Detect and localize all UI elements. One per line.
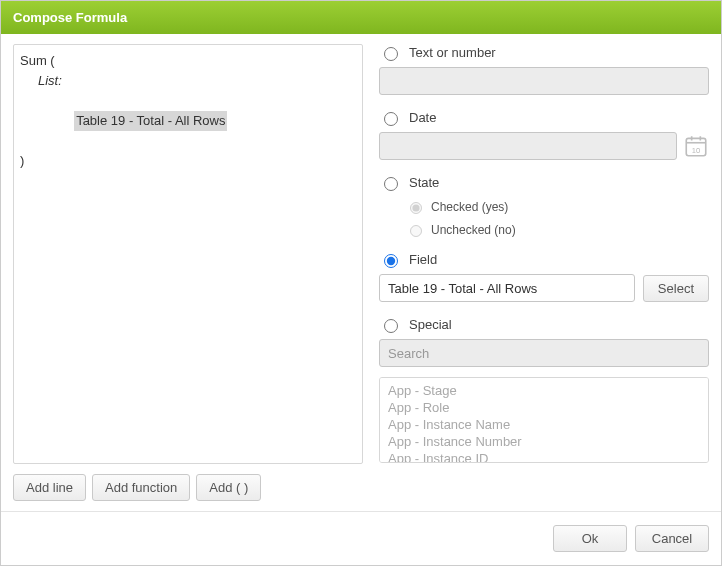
- option-date: Date: [379, 109, 709, 126]
- date-input[interactable]: [379, 132, 677, 160]
- formula-arg-selected[interactable]: Table 19 - Total - All Rows: [74, 111, 227, 131]
- ok-button[interactable]: Ok: [553, 525, 627, 552]
- option-state: State: [379, 174, 709, 191]
- add-parens-button[interactable]: Add ( ): [196, 474, 261, 501]
- state-checked-row: Checked (yes): [405, 199, 709, 214]
- special-list[interactable]: App - Stage App - Role App - Instance Na…: [379, 377, 709, 463]
- label-state-unchecked: Unchecked (no): [431, 223, 516, 237]
- radio-field[interactable]: [384, 254, 398, 268]
- cancel-button[interactable]: Cancel: [635, 525, 709, 552]
- date-row: 10: [379, 132, 709, 160]
- list-item[interactable]: App - Instance Number: [388, 433, 700, 450]
- option-special: Special: [379, 316, 709, 333]
- formula-list-label: List:: [38, 71, 356, 91]
- dialog-title: Compose Formula: [1, 1, 721, 34]
- state-sub-options: Checked (yes) Unchecked (no): [405, 199, 709, 237]
- dialog-body: Sum ( List: Table 19 - Total - All Rows …: [1, 34, 721, 511]
- option-field: Field: [379, 251, 709, 268]
- radio-date[interactable]: [384, 112, 398, 126]
- radio-state-checked[interactable]: [410, 202, 422, 214]
- radio-state-unchecked[interactable]: [410, 225, 422, 237]
- label-text-or-number: Text or number: [409, 45, 496, 60]
- calendar-icon[interactable]: 10: [683, 133, 709, 159]
- right-column: Text or number Date 10 State: [379, 44, 709, 511]
- field-select-button[interactable]: Select: [643, 275, 709, 302]
- radio-state[interactable]: [384, 177, 398, 191]
- option-text-or-number: Text or number: [379, 44, 709, 61]
- list-item[interactable]: App - Instance ID: [388, 450, 700, 463]
- list-item[interactable]: App - Role: [388, 399, 700, 416]
- compose-formula-dialog: Compose Formula Sum ( List: Table 19 - T…: [0, 0, 722, 566]
- formula-close: ): [20, 151, 356, 171]
- label-state-checked: Checked (yes): [431, 200, 508, 214]
- list-item[interactable]: App - Instance Name: [388, 416, 700, 433]
- formula-func: Sum (: [20, 51, 356, 71]
- label-field: Field: [409, 252, 437, 267]
- radio-special[interactable]: [384, 319, 398, 333]
- special-search-input[interactable]: [379, 339, 709, 367]
- field-row: Select: [379, 274, 709, 302]
- label-state: State: [409, 175, 439, 190]
- svg-text:10: 10: [692, 146, 700, 155]
- left-buttons: Add line Add function Add ( ): [13, 474, 363, 501]
- field-value-input[interactable]: [379, 274, 635, 302]
- formula-editor[interactable]: Sum ( List: Table 19 - Total - All Rows …: [13, 44, 363, 464]
- add-line-button[interactable]: Add line: [13, 474, 86, 501]
- formula-arg-line[interactable]: Table 19 - Total - All Rows: [38, 91, 356, 151]
- state-unchecked-row: Unchecked (no): [405, 222, 709, 237]
- left-column: Sum ( List: Table 19 - Total - All Rows …: [13, 44, 363, 511]
- radio-text-or-number[interactable]: [384, 47, 398, 61]
- text-or-number-input[interactable]: [379, 67, 709, 95]
- label-date: Date: [409, 110, 436, 125]
- dialog-footer: Ok Cancel: [1, 511, 721, 565]
- add-function-button[interactable]: Add function: [92, 474, 190, 501]
- list-item[interactable]: App - Stage: [388, 382, 700, 399]
- label-special: Special: [409, 317, 452, 332]
